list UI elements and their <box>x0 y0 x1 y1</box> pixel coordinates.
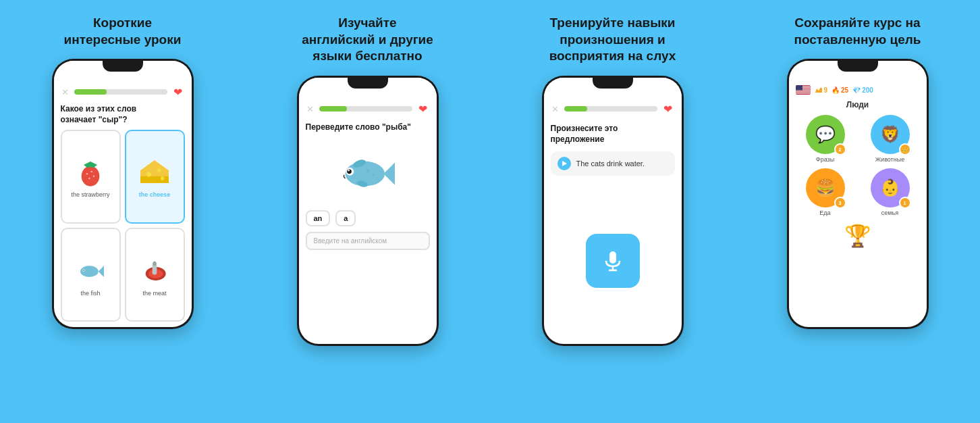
svg-point-7 <box>93 176 95 178</box>
heart-icon-2: ❤ <box>416 102 430 116</box>
question-3: Произнесите это предложение <box>551 124 675 145</box>
progress-fill-1 <box>74 89 107 95</box>
screen-2: ✕ ❤ Переведите слово "рыба" <box>299 97 437 344</box>
notch-cutout-1 <box>103 61 143 72</box>
lesson-badge-animals: 👑 <box>899 143 911 155</box>
choice-fish[interactable]: the fish <box>61 228 121 322</box>
panel-2: Изучайте английский и другие языки беспл… <box>245 0 490 423</box>
svg-marker-10 <box>140 176 169 183</box>
svg-rect-42 <box>796 85 802 91</box>
svg-marker-15 <box>99 266 104 277</box>
notch-cutout-3 <box>593 78 633 89</box>
notch-1 <box>54 61 192 80</box>
lesson-badge-family: 1 <box>899 197 911 209</box>
trophy-area: 🏆 <box>796 223 920 249</box>
section-title-4: Люди <box>796 100 920 109</box>
progress-row-2: ✕ ❤ <box>306 102 430 116</box>
lesson-bubble-food: 🍔 3 <box>806 168 845 207</box>
cheese-icon <box>138 155 171 189</box>
lesson-family[interactable]: 👶 1 семья <box>861 168 920 216</box>
svg-rect-40 <box>796 92 811 93</box>
progress-track-3 <box>564 106 657 111</box>
choice-cheese-label: the cheese <box>139 191 171 198</box>
svg-marker-43 <box>815 87 822 93</box>
lesson-label-animals: Животные <box>875 156 904 163</box>
panel-2-title: Изучайте английский и другие языки беспл… <box>302 15 433 65</box>
fire-count: 25 <box>841 86 848 94</box>
lesson-phrases[interactable]: 💬 2 Фразы <box>796 115 855 163</box>
progress-fill-2 <box>319 106 347 111</box>
choice-cheese[interactable]: the cheese <box>125 130 185 224</box>
flag-icon <box>796 85 811 95</box>
svg-rect-21 <box>153 261 157 266</box>
lesson-badge-food: 3 <box>834 197 846 209</box>
lesson-bubble-phrases: 💬 2 <box>806 115 845 154</box>
panel-1: Короткие интересные уроки ✕ ❤ Какое из э… <box>0 0 245 423</box>
word-chips: an a <box>306 210 356 226</box>
notch-4 <box>789 61 927 80</box>
microphone-icon <box>601 249 625 273</box>
svg-point-28 <box>348 170 350 172</box>
close-icon-1[interactable]: ✕ <box>61 87 70 97</box>
lesson-badge-phrases: 2 <box>834 143 846 155</box>
crown-badge: 9 <box>815 86 828 94</box>
choice-fish-label: the fish <box>80 290 100 297</box>
gem-count: 200 <box>862 86 873 94</box>
heart-icon-1: ❤ <box>171 85 185 99</box>
svg-point-13 <box>161 176 165 180</box>
svg-point-14 <box>80 266 99 277</box>
audio-icon[interactable] <box>557 157 571 170</box>
lesson-label-family: семья <box>881 209 898 216</box>
panel-4-title: Сохраняйте курс на поставленную цель <box>794 15 921 48</box>
notch-cutout-4 <box>838 61 878 72</box>
close-icon-3[interactable]: ✕ <box>551 104 560 114</box>
status-bar-4: 9 🔥 25 💎 200 <box>796 85 920 95</box>
fish-illustration <box>334 144 402 198</box>
panel-3-title: Тренируйте навыки произношения и восприя… <box>549 15 676 65</box>
svg-point-12 <box>157 169 161 172</box>
choice-strawberry-label: the strawberry <box>71 191 109 198</box>
screen-3: ✕ ❤ Произнесите это предложение The cats… <box>544 97 682 344</box>
progress-track-2 <box>319 106 412 111</box>
panel-4: Сохраняйте курс на поставленную цель <box>735 0 980 423</box>
notch-2 <box>299 78 437 97</box>
chip-an[interactable]: an <box>306 210 331 226</box>
panel-1-title: Короткие интересные уроки <box>64 15 182 48</box>
screen-4: 9 🔥 25 💎 200 Люди <box>789 80 927 327</box>
question-2: Переведите слово "рыба" <box>306 122 411 132</box>
fire-icon: 🔥 <box>832 86 840 94</box>
screen-1: ✕ ❤ Какое из этих слов означает "сыр"? <box>54 80 192 327</box>
lessons-grid: 💬 2 Фразы 🦁 👑 Животные <box>796 115 920 216</box>
lesson-food[interactable]: 🍔 3 Еда <box>796 168 855 216</box>
close-icon-2[interactable]: ✕ <box>306 104 315 114</box>
trophy-icon: 🏆 <box>844 223 871 249</box>
progress-row-3: ✕ ❤ <box>551 102 675 116</box>
input-english[interactable]: Введите на английском <box>306 232 430 250</box>
phone-2: ✕ ❤ Переведите слово "рыба" <box>297 76 439 346</box>
svg-point-0 <box>82 166 100 186</box>
choice-strawberry[interactable]: the strawberry <box>61 130 121 224</box>
panel-3: Тренируйте навыки произношения и восприя… <box>490 0 735 423</box>
crown-icon <box>815 86 823 94</box>
sentence-box: The cats drink water. <box>551 151 675 176</box>
heart-icon-3: ❤ <box>661 102 675 116</box>
mic-button[interactable] <box>586 234 640 288</box>
svg-marker-31 <box>562 161 567 166</box>
sentence-text: The cats drink water. <box>576 159 645 168</box>
progress-fill-3 <box>564 106 588 111</box>
svg-marker-23 <box>383 163 395 185</box>
fire-badge: 🔥 25 <box>832 86 848 94</box>
choice-meat[interactable]: the meat <box>125 228 185 322</box>
svg-point-30 <box>372 174 374 176</box>
lesson-animals[interactable]: 🦁 👑 Животные <box>861 115 920 163</box>
notch-cutout-2 <box>348 78 388 89</box>
chip-a[interactable]: a <box>335 210 356 226</box>
choice-meat-label: the meat <box>142 290 166 297</box>
lesson-label-phrases: Фразы <box>816 156 834 163</box>
gem-badge: 💎 200 <box>852 86 873 94</box>
svg-point-11 <box>146 172 151 177</box>
progress-row-1: ✕ ❤ <box>61 85 185 99</box>
question-1: Какое из этих слов означает "сыр"? <box>61 104 185 125</box>
phone-3: ✕ ❤ Произнесите это предложение The cats… <box>542 76 684 346</box>
meat-icon <box>138 253 171 287</box>
